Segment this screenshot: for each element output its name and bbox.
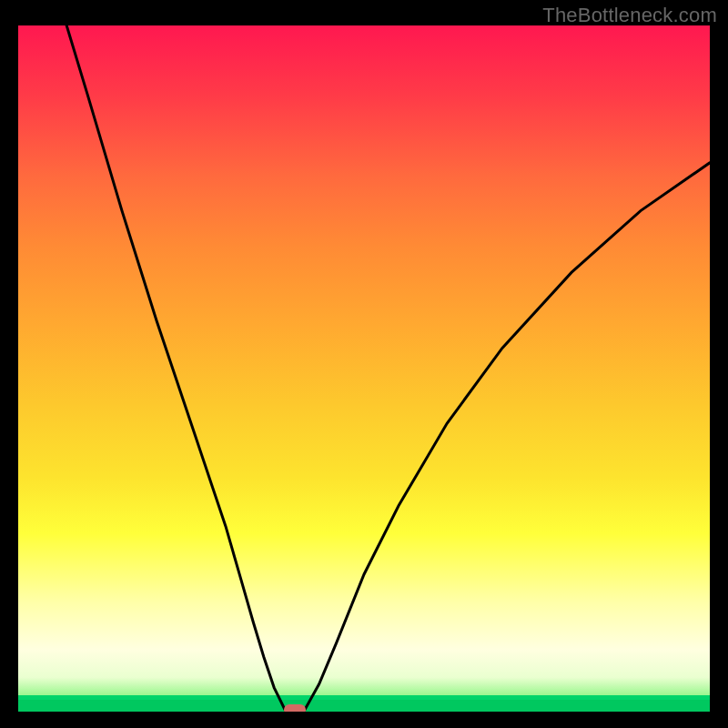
watermark-text: TheBottleneck.com — [542, 4, 717, 27]
minimum-marker — [284, 704, 306, 712]
bottleneck-curve-right — [305, 163, 710, 711]
gradient-plot-area — [18, 25, 710, 712]
chart-frame: TheBottleneck.com — [0, 0, 728, 728]
curve-svg — [18, 25, 710, 712]
bottleneck-curve-left — [66, 25, 285, 711]
